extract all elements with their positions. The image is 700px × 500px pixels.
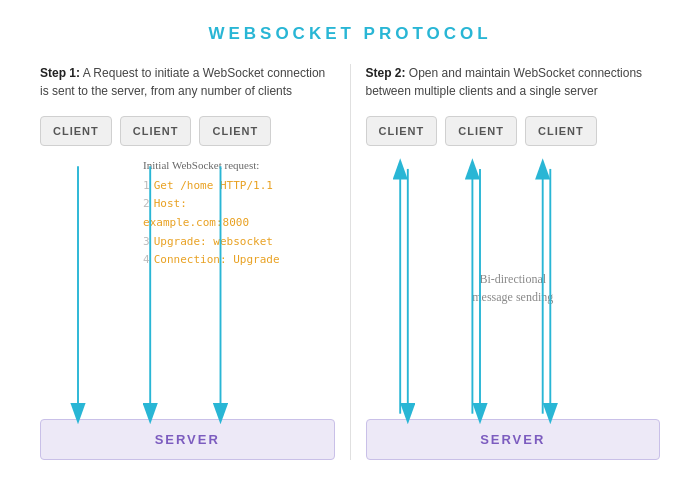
step1-server: SERVER bbox=[40, 419, 335, 460]
step1-text: Step 1: A Request to initiate a WebSocke… bbox=[40, 64, 335, 100]
client-box-3: CLIENT bbox=[199, 116, 271, 146]
bidirectional-label: Bi-directionalmessage sending bbox=[472, 270, 553, 306]
step2-clients-row: CLIENT CLIENT CLIENT bbox=[366, 116, 661, 146]
panel-step2: Step 2: Open and maintain WebSocket conn… bbox=[356, 64, 671, 460]
client-box-6: CLIENT bbox=[525, 116, 597, 146]
page-title: WEBSOCKET PROTOCOL bbox=[30, 24, 670, 44]
client-box-4: CLIENT bbox=[366, 116, 438, 146]
page: WEBSOCKET PROTOCOL Step 1: A Request to … bbox=[0, 0, 700, 500]
code-block: Initial WebSocket request: 1Get /home HT… bbox=[143, 156, 290, 270]
step2-server: SERVER bbox=[366, 419, 661, 460]
step2-text: Step 2: Open and maintain WebSocket conn… bbox=[366, 64, 661, 100]
main-content: Step 1: A Request to initiate a WebSocke… bbox=[30, 64, 670, 460]
panel-step1: Step 1: A Request to initiate a WebSocke… bbox=[30, 64, 345, 460]
step1-clients-row: CLIENT CLIENT CLIENT bbox=[40, 116, 335, 146]
client-box-5: CLIENT bbox=[445, 116, 517, 146]
client-box-2: CLIENT bbox=[120, 116, 192, 146]
panel-divider bbox=[350, 64, 351, 460]
client-box-1: CLIENT bbox=[40, 116, 112, 146]
